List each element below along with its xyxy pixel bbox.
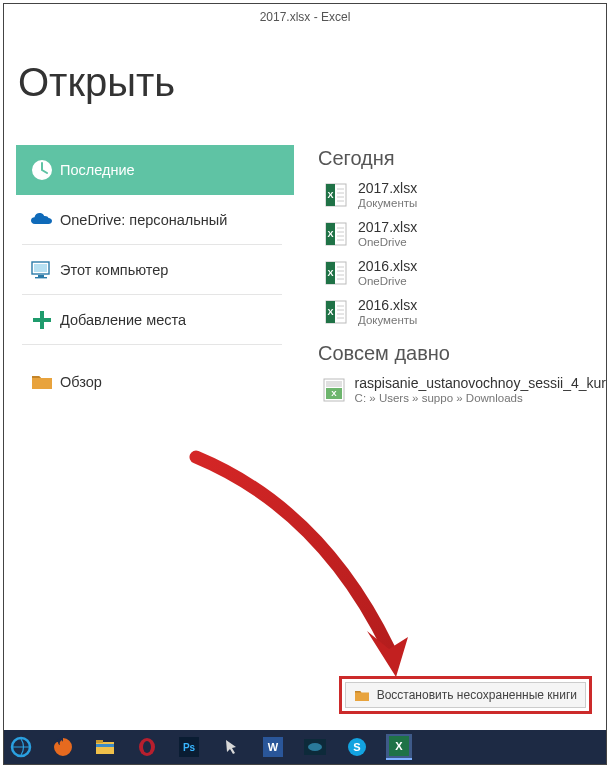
svg-text:W: W	[268, 741, 279, 753]
file-item[interactable]: X raspisanie_ustanovochnoy_sessii_4_kur …	[318, 371, 606, 410]
excel-file-icon: X	[318, 259, 354, 287]
annotation-arrow	[181, 449, 441, 694]
excel-file-icon: X	[318, 220, 354, 248]
svg-text:Ps: Ps	[183, 742, 196, 753]
group-title: Совсем давно	[318, 342, 606, 365]
file-location: C: » Users » suppo » Downloads	[355, 392, 606, 404]
svg-text:X: X	[327, 190, 333, 200]
sidebar-label: Этот компьютер	[60, 262, 168, 278]
open-sidebar: Последние OneDrive: персональный Этот ко…	[16, 145, 294, 410]
file-location: OneDrive	[358, 236, 417, 248]
file-location: Документы	[358, 314, 417, 326]
svg-point-50	[308, 743, 322, 751]
svg-rect-40	[96, 742, 114, 754]
page-title: Открыть	[18, 60, 606, 105]
sidebar-label: OneDrive: персональный	[60, 212, 227, 228]
svg-rect-5	[35, 277, 47, 278]
file-item[interactable]: X 2017.xlsx OneDrive	[318, 215, 606, 254]
excel-legacy-icon: X	[318, 376, 351, 404]
svg-text:X: X	[327, 307, 333, 317]
sidebar-item-this-pc[interactable]: Этот компьютер	[16, 245, 294, 295]
file-list-panel: Сегодня X 2017.xlsx Документы X 2017.xls…	[318, 145, 606, 410]
sidebar-label: Добавление места	[60, 312, 186, 328]
svg-text:X: X	[395, 740, 403, 752]
svg-point-44	[143, 741, 151, 753]
file-name: 2016.xlsx	[358, 297, 417, 313]
svg-text:X: X	[332, 389, 338, 398]
excel-file-icon: X	[318, 181, 354, 209]
file-name: 2017.xlsx	[358, 180, 417, 196]
recover-unsaved-button[interactable]: Восстановить несохраненные книги	[345, 682, 586, 708]
sidebar-item-recent[interactable]: Последние	[16, 145, 294, 195]
taskbar-cursor-icon[interactable]	[218, 734, 244, 760]
taskbar-opera-icon[interactable]	[134, 734, 160, 760]
taskbar-skype-icon[interactable]: S	[344, 734, 370, 760]
svg-rect-4	[38, 275, 44, 277]
svg-text:X: X	[327, 268, 333, 278]
file-location: Документы	[358, 197, 417, 209]
sidebar-label: Обзор	[60, 374, 102, 390]
svg-rect-35	[326, 381, 342, 387]
svg-rect-41	[96, 740, 103, 743]
svg-text:S: S	[353, 741, 360, 753]
folder-icon	[354, 688, 370, 702]
taskbar-app-icon[interactable]	[302, 734, 328, 760]
file-item[interactable]: X 2016.xlsx OneDrive	[318, 254, 606, 293]
file-name: 2016.xlsx	[358, 258, 417, 274]
folder-icon	[24, 369, 60, 395]
taskbar-excel-icon[interactable]: X	[386, 734, 412, 760]
file-item[interactable]: X 2017.xlsx Документы	[318, 176, 606, 215]
taskbar-edge-icon[interactable]	[8, 734, 34, 760]
taskbar-photoshop-icon[interactable]: Ps	[176, 734, 202, 760]
onedrive-icon	[24, 207, 60, 233]
taskbar-explorer-icon[interactable]	[92, 734, 118, 760]
svg-rect-42	[96, 744, 114, 747]
sidebar-item-add-place[interactable]: Добавление места	[16, 295, 294, 345]
window-title: 2017.xlsx - Excel	[4, 4, 606, 26]
group-title: Сегодня	[318, 147, 606, 170]
sidebar-item-browse[interactable]: Обзор	[16, 357, 294, 407]
plus-icon	[24, 307, 60, 333]
sidebar-label: Последние	[60, 162, 135, 178]
file-name: raspisanie_ustanovochnoy_sessii_4_kur	[355, 375, 606, 391]
sidebar-item-onedrive[interactable]: OneDrive: персональный	[16, 195, 294, 245]
recover-unsaved-highlight: Восстановить несохраненные книги	[339, 676, 592, 714]
taskbar-firefox-icon[interactable]	[50, 734, 76, 760]
taskbar-word-icon[interactable]: W	[260, 734, 286, 760]
svg-text:X: X	[327, 229, 333, 239]
file-name: 2017.xlsx	[358, 219, 417, 235]
computer-icon	[24, 257, 60, 283]
taskbar: Ps W S X	[4, 730, 606, 764]
clock-icon	[24, 157, 60, 183]
file-item[interactable]: X 2016.xlsx Документы	[318, 293, 606, 332]
svg-rect-3	[34, 264, 47, 272]
file-location: OneDrive	[358, 275, 417, 287]
recover-label: Восстановить несохраненные книги	[377, 688, 577, 702]
excel-file-icon: X	[318, 298, 354, 326]
